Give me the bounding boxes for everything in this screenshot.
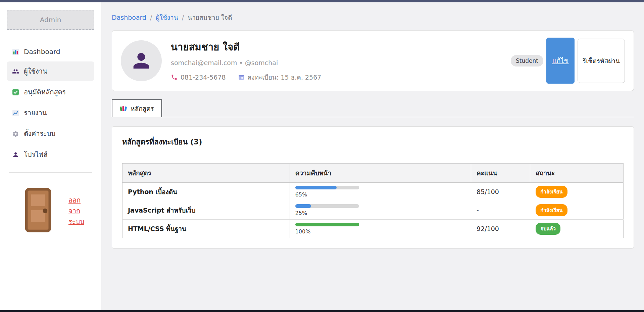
profile-actions: Student แก้ไข รีเซ็ตรหัสผ่าน [511,38,625,84]
status-badge: กำลังเรียน [536,204,567,216]
admin-logo-label: Admin [40,16,61,24]
courses-table-body: Python เบื้องต้น65%85/100กำลังเรียนJavaS… [122,183,624,238]
col-header-progress: ความคืบหน้า [290,164,471,183]
progress-bar-fill [295,223,359,226]
tabs-row: หลักสูตร [112,99,634,117]
person-avatar-icon [130,49,153,73]
line-chart-icon [12,109,19,117]
progress-bar-fill [295,186,337,189]
tab-courses[interactable]: หลักสูตร [112,99,162,117]
profile-email: somchai@email.com • @somchai [171,59,511,66]
courses-card: หลักสูตรที่ลงทะเบียน (3) หลักสูตร ความคื… [112,126,634,249]
gear-icon [12,130,19,137]
calendar-icon [238,74,245,81]
progress-cell: 25% [290,201,471,220]
breadcrumb-separator: / [150,14,152,21]
status-cell: กำลังเรียน [530,183,624,201]
profile-meta: 081-234-5678 ลงทะเบียน: 15 ธ.ค. 2567 [171,72,511,82]
sidebar-item-reports[interactable]: รายงาน [7,103,94,123]
sidebar-item-settings[interactable]: ตั้งค่าระบบ [7,124,94,143]
sidebar-divider [9,172,92,173]
sidebar-item-label: ผู้ใช้งาน [24,66,47,77]
progress-bar [295,204,359,208]
table-row: Python เบื้องต้น65%85/100กำลังเรียน [122,183,624,201]
score-cell: - [471,201,530,220]
course-name-cell: HTML/CSS พื้นฐาน [122,220,290,238]
col-header-course: หลักสูตร [122,164,290,183]
profile-name: นายสมชาย ใจดี [171,39,511,55]
sidebar: Admin Dashboardผู้ใช้งานอนุมัติหลักสูตรร… [0,2,101,310]
bottom-bar [0,310,644,312]
sidebar-nav: Dashboardผู้ใช้งานอนุมัติหลักสูตรรายงานต… [7,43,94,164]
sidebar-item-approve-courses[interactable]: อนุมัติหลักสูตร [7,82,94,102]
sidebar-item-label: ตั้งค่าระบบ [24,128,55,139]
courses-table: หลักสูตร ความคืบหน้า คะแนน สถานะ Python … [122,163,624,238]
sidebar-item-dashboard[interactable]: Dashboard [7,43,94,60]
sidebar-item-users[interactable]: ผู้ใช้งาน [7,61,94,81]
table-row: JavaScript สำหรับเว็บ25%-กำลังเรียน [122,201,624,220]
avatar [121,40,162,81]
progress-cell: 65% [290,183,471,201]
users-icon [12,68,19,75]
breadcrumb-link[interactable]: Dashboard [112,14,146,21]
table-row: HTML/CSS พื้นฐาน100%92/100จบแล้ว [122,220,624,238]
table-header-row: หลักสูตร ความคืบหน้า คะแนน สถานะ [122,164,624,183]
top-accent-bar [0,0,644,2]
status-badge: กำลังเรียน [536,186,567,198]
courses-divider [122,155,624,155]
profile-registered: ลงทะเบียน: 15 ธ.ค. 2567 [248,72,321,82]
status-cell: กำลังเรียน [530,201,624,220]
bar-chart-icon [12,48,19,55]
logout-label: ออกจากระบบ [68,195,89,227]
progress-bar [295,223,359,226]
reset-password-button[interactable]: รีเซ็ตรหัสผ่าน [578,39,625,83]
sidebar-item-label: โปรไฟล์ [24,149,48,160]
progress-label: 100% [295,228,465,235]
tab-courses-label: หลักสูตร [131,103,154,114]
door-icon [12,184,64,238]
check-icon [12,89,19,96]
progress-cell: 100% [290,220,471,238]
role-badge: Student [511,55,543,66]
admin-logo-box: Admin [7,10,94,30]
score-cell: 92/100 [471,220,530,238]
sidebar-item-label: Dashboard [24,48,60,56]
progress-label: 25% [295,210,465,216]
score-cell: 85/100 [471,183,530,201]
app-window: Admin Dashboardผู้ใช้งานอนุมัติหลักสูตรร… [0,2,644,310]
sidebar-item-label: รายงาน [24,107,47,118]
breadcrumb: Dashboard/ผู้ใช้งาน/นายสมชาย ใจดี [112,12,634,23]
profile-registered-item: ลงทะเบียน: 15 ธ.ค. 2567 [238,72,321,82]
course-name-cell: JavaScript สำหรับเว็บ [122,201,290,220]
phone-icon [171,74,178,81]
status-cell: จบแล้ว [530,220,624,238]
progress-label: 65% [295,191,465,198]
books-icon [120,105,127,112]
col-header-score: คะแนน [471,164,530,183]
progress-bar [295,186,359,189]
person-icon [12,151,19,158]
sidebar-item-profile[interactable]: โปรไฟล์ [7,145,94,164]
courses-title: หลักสูตรที่ลงทะเบียน (3) [122,136,624,148]
status-badge: จบแล้ว [536,223,560,235]
progress-bar-fill [295,204,311,208]
main-content: Dashboard/ผู้ใช้งาน/นายสมชาย ใจดี นายสมช… [101,2,644,310]
logout-link[interactable]: ออกจากระบบ [7,181,94,241]
col-header-status: สถานะ [530,164,624,183]
course-name-cell: Python เบื้องต้น [122,183,290,201]
breadcrumb-link[interactable]: ผู้ใช้งาน [156,12,178,23]
profile-phone-item: 081-234-5678 [171,74,226,81]
edit-button[interactable]: แก้ไข [546,38,575,84]
breadcrumb-current: นายสมชาย ใจดี [188,12,232,23]
profile-phone: 081-234-5678 [181,74,226,81]
breadcrumb-separator: / [182,14,184,21]
profile-info: นายสมชาย ใจดี somchai@email.com • @somch… [171,39,511,82]
sidebar-item-label: อนุมัติหลักสูตร [24,87,66,97]
profile-card: นายสมชาย ใจดี somchai@email.com • @somch… [112,30,634,91]
